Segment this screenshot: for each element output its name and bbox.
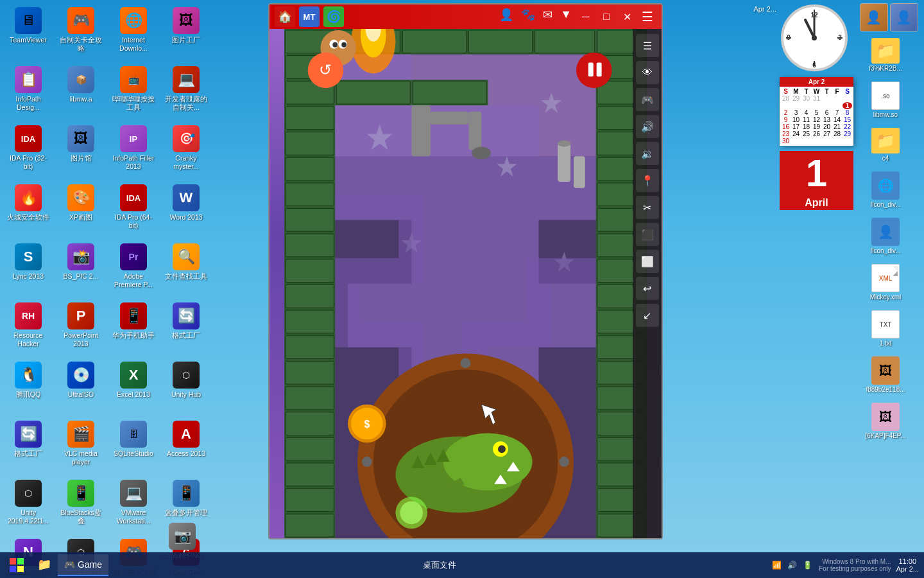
icon-picture-factory[interactable]: 🖼 图片工厂 (161, 3, 211, 61)
titlebar-pet-icon[interactable]: 🐾 (521, 8, 535, 26)
icon-teamviewer[interactable]: 🖥 TeamViewer (3, 3, 53, 61)
minimize-button[interactable]: ─ (577, 8, 595, 26)
icon-access[interactable]: A Access 2013 (161, 417, 211, 475)
sidebar-copy-btn[interactable]: ⬛ (636, 223, 659, 246)
icon-dev[interactable]: 💻 开发者泄露的自制关... (161, 62, 211, 120)
icon-unity-hub[interactable]: ⬡ Unity Hub (161, 358, 211, 416)
calendar-body: S M T W T F S 28 29 30 31 (780, 87, 853, 146)
icon-geshi[interactable]: 🔄 格式工厂 (161, 299, 211, 356)
icon-unity-2019[interactable]: ⬡ Unity 2019.4.22f1... (3, 476, 53, 534)
icon-filefind[interactable]: 🔍 文件查找工具 (161, 240, 211, 297)
file-f889[interactable]: 🖼 [6KAP]F4EP... (857, 400, 914, 442)
icon-alibaba[interactable]: 📺 哔哩哔哩按按工具 (108, 62, 158, 120)
icon-ida32[interactable]: IDA IDA Pro (32-bit) (3, 121, 53, 179)
file-mickeyxml[interactable]: XML Mickey.xml (857, 261, 914, 304)
dev-label: 开发者泄露的自制关... (164, 95, 209, 111)
icon-vlc[interactable]: 🎬 VLC media player (56, 417, 106, 475)
close-button[interactable]: ✕ (618, 8, 636, 26)
sidebar-redo-btn[interactable]: ↙ (636, 304, 659, 327)
icon-zikong[interactable]: 🎮 自制关卡全攻略 (56, 3, 106, 61)
systray-network-icon[interactable]: 📶 (770, 559, 783, 572)
svg-rect-15 (286, 336, 334, 359)
geshi2-label: 格式工厂 (14, 450, 42, 458)
svg-rect-92 (558, 143, 570, 181)
icon-internet[interactable]: 🌐 Internet Downlo... (108, 3, 158, 61)
file-icondiv2[interactable]: 👤 Ilcon_div... (857, 215, 914, 258)
icon-libmw[interactable]: 📦 libmw.a (56, 62, 106, 120)
taskbar-item-game[interactable]: 🎮 Game (58, 554, 108, 576)
icon-hucheng[interactable]: 🔥 火城安全软件 (3, 180, 53, 238)
infopath-filler-icon: IP (120, 125, 147, 152)
svg-point-93 (558, 140, 570, 146)
icon-xp[interactable]: 🎨 XP画图 (56, 180, 106, 238)
sidebar-volume2-btn[interactable]: 🔉 (636, 142, 659, 165)
icon-powerpoint[interactable]: P PowerPoint 2013 (56, 299, 106, 356)
picture-gallery-label: 图片馆 (71, 154, 92, 162)
sidebar-pin-btn[interactable]: 📍 (636, 169, 659, 192)
titlebar-mail-icon[interactable]: ✉ (543, 8, 552, 26)
titlebar-mt-icon[interactable]: MT (299, 6, 320, 27)
icon-excel[interactable]: X Excel 2013 (108, 358, 158, 416)
file-6kap[interactable]: 🖼 f889b2e118... (857, 354, 914, 396)
icon-adobe[interactable]: Pr Adobe Premiere P... (108, 240, 158, 297)
icon-cranky[interactable]: 🎯 Cranky myster... (161, 121, 211, 179)
svg-rect-46 (402, 30, 466, 53)
titlebar-game-icon[interactable]: 🌀 (323, 6, 344, 27)
sidebar-gamepad-btn[interactable]: 🎮 (636, 88, 659, 111)
icon-sqlite[interactable]: 🗄 SQLiteStudio (108, 417, 158, 475)
icon-ultraiso[interactable]: 💿 UltraISO (56, 358, 106, 416)
file-c4[interactable]: 📁 c4 (857, 125, 914, 165)
menu-button[interactable]: ☰ (638, 8, 656, 26)
windows-info: Windows 8 Pro with M... For testing purp… (819, 558, 891, 572)
teamviewer-icon: 🖥 (15, 7, 42, 34)
icon-ida64[interactable]: IDA IDA Pro (64-bit) (108, 180, 158, 238)
systray-volume-icon[interactable]: 🔊 (785, 559, 798, 572)
icon-geshi2[interactable]: 🔄 格式工厂 (3, 417, 53, 475)
sidebar-paste-btn[interactable]: ⬜ (636, 250, 659, 273)
vmware-icon: 💻 (120, 480, 147, 507)
windows-info-line1: Windows 8 Pro with M... (819, 558, 891, 565)
icon-vmware[interactable]: 💻 VMware Workstati... (108, 476, 158, 534)
icon-bluestacks[interactable]: 📱 BlueStacks蓝叠 (56, 476, 106, 534)
svg-point-112 (812, 35, 817, 40)
icon-resource-hacker[interactable]: RH Resource Hacker (3, 299, 53, 356)
sidebar-cut-btn[interactable]: ✂ (636, 196, 659, 219)
file-libmwso-icon: .so (871, 82, 900, 110)
xp-icon: 🎨 (67, 184, 94, 211)
titlebar-arrow-icon[interactable]: ▼ (560, 8, 572, 26)
icon-infopath[interactable]: 📋 InfoPath Desig... (3, 62, 53, 120)
svg-rect-8 (286, 157, 334, 180)
svg-point-67 (362, 457, 372, 467)
teamviewer-label: TeamViewer (10, 36, 47, 44)
icon-picture-gallery[interactable]: 🖼 图片馆 (56, 121, 106, 179)
file-icondiv2-icon: 👤 (871, 218, 900, 246)
titlebar-home-icon[interactable]: 🏠 (275, 6, 295, 27)
icon-huawei[interactable]: 📱 华为手机助手 (108, 299, 158, 356)
svg-text:↺: ↺ (319, 61, 332, 78)
taskbar-time[interactable]: 11:00 Apr 2... (896, 557, 919, 573)
file-1txt[interactable]: TXT 1.txt (857, 308, 914, 350)
file-icondiv1[interactable]: 🌐 Ilcon_div... (857, 169, 914, 211)
sidebar-eye-btn[interactable]: 👁 (636, 61, 659, 84)
systray-battery-icon[interactable]: 🔋 (801, 559, 814, 572)
sidebar-volume-btn[interactable]: 🔊 (636, 115, 659, 138)
sidebar-menu-btn[interactable]: ☰ (636, 34, 659, 57)
maximize-button[interactable]: □ (597, 8, 615, 26)
icon-lync[interactable]: S Lync 2013 (3, 240, 53, 297)
file-kr2b[interactable]: 📁 f3%KR2B... (857, 35, 914, 75)
file-libmwso[interactable]: .so libmw.so (857, 79, 914, 121)
picture-gallery-icon: 🖼 (67, 125, 94, 152)
game-canvas: $ (270, 29, 662, 538)
game-sidebar: ☰ 👁 🎮 🔊 🔉 📍 ✂ ⬛ ⬜ ↩ ↙ (633, 29, 662, 538)
titlebar-user-icon[interactable]: 👤 (499, 8, 513, 26)
sidebar-undo-btn[interactable]: ↩ (636, 277, 659, 300)
libmw-label: libmw.a (69, 95, 92, 103)
icon-word[interactable]: W Word 2013 (161, 180, 211, 238)
ultraiso-label: UltraISO (68, 390, 94, 399)
icon-infopath-filler[interactable]: IP InfoPath Filler 2013 (108, 121, 158, 179)
picture-factory-icon: 🖼 (173, 7, 200, 34)
icon-bspic[interactable]: 📸 BS_PIC 2... (56, 240, 106, 297)
taskbar-item-explorer[interactable]: 📁 (31, 554, 58, 576)
icon-qq[interactable]: 🐧 腾讯QQ (3, 358, 53, 416)
start-button[interactable] (5, 554, 28, 577)
